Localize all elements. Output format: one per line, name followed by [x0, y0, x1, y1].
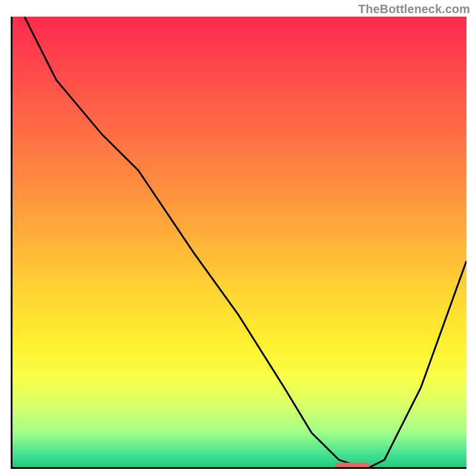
y-axis-frame	[11, 17, 12, 469]
watermark-text: TheBottleneck.com	[358, 2, 470, 16]
bottleneck-curve-path	[24, 17, 466, 469]
bottleneck-chart: TheBottleneck.com	[0, 0, 476, 476]
x-axis-frame	[11, 467, 466, 469]
curve-layer	[11, 17, 466, 469]
